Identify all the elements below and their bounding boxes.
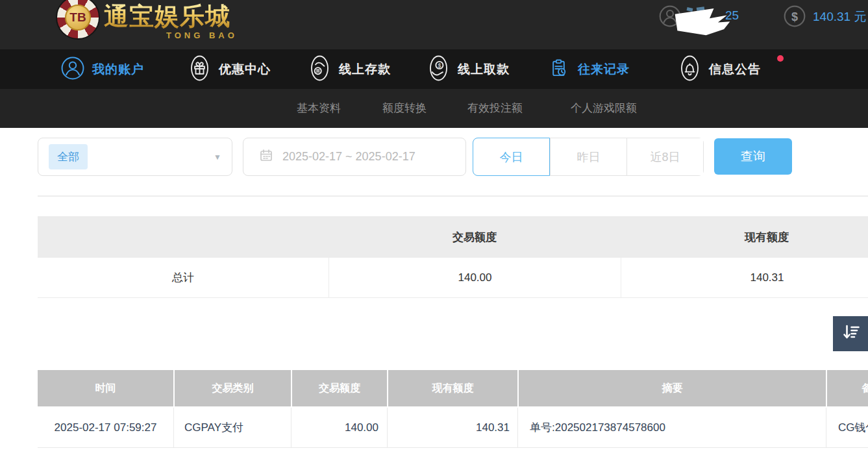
summary-col-current-amount: 现有额度 [621,230,868,245]
records-col-current-amount: 现有额度 [387,370,517,406]
svg-text:$: $ [791,10,798,23]
summary-table-header: 交易额度 现有额度 [38,216,868,258]
calendar-icon [259,148,273,166]
nav-item-deposit[interactable]: 线上存款 [308,49,391,89]
chevron-down-icon: ▼ [214,153,221,162]
record-current-amount: 140.31 [387,408,517,447]
records-col-time: 时间 [38,370,173,406]
transaction-type-select[interactable]: 全部 ▼ [38,138,232,176]
range-yesterday-button[interactable]: 昨日 [550,138,626,175]
quick-range-group: 今日 昨日 近8日 [473,138,704,176]
brand-subtitle: TONG BAO [166,31,238,40]
subnav-item-quota-transfer[interactable]: 额度转换 [382,89,427,128]
date-range-value: 2025-02-17 ~ 2025-02-17 [282,150,415,164]
main-nav: 我的账户 优惠中心 线上存款 [0,49,868,89]
date-range-input[interactable]: 2025-02-17 ~ 2025-02-17 [243,138,466,176]
record-time: 2025-02-17 07:59:27 [38,408,173,447]
nav-item-my-account[interactable]: 我的账户 [60,49,144,89]
summary-col-trade-amount: 交易额度 [329,230,621,245]
record-remark: CG钱包 [826,408,868,447]
nav-label: 往来记录 [578,61,630,78]
gift-icon [188,55,212,84]
selected-type-chip: 全部 [49,144,88,169]
records-col-type: 交易类别 [173,370,291,406]
account-balance[interactable]: 140.31 元 [813,8,866,25]
summary-trade-value: 140.00 [329,258,621,297]
records-col-trade-amount: 交易额度 [291,370,387,406]
subnav-item-game-limits[interactable]: 个人游戏限额 [571,89,637,128]
nav-label: 线上取款 [458,61,510,78]
nav-item-announcements[interactable]: 信息公告 [678,49,761,89]
records-col-remark: 备注 [826,370,868,406]
sort-descending-icon [841,323,862,345]
svg-text:$: $ [438,62,441,69]
nav-item-withdraw[interactable]: $ 线上取款 [427,49,510,89]
top-bar: TB 通宝娱乐城 TONG BAO 25 $ 140.31 元 [0,0,868,49]
summary-table: 交易额度 现有额度 总计 140.00 140.31 [38,216,868,298]
record-summary: 单号:202502173874578600 [517,408,826,447]
table-row: 2025-02-17 07:59:27 CGPAY支付 140.00 140.3… [38,408,868,448]
notification-badge-dot [777,55,784,62]
account-sub-nav: 基本资料 额度转换 有效投注额 个人游戏限额 [0,89,868,128]
nav-label: 我的账户 [92,61,144,78]
subnav-item-valid-bets[interactable]: 有效投注额 [467,89,523,128]
withdraw-coin-hand-icon: $ [427,55,451,84]
search-button[interactable]: 查询 [714,138,792,175]
summary-current-value: 140.31 [621,258,868,297]
subnav-item-basic-info[interactable]: 基本资料 [297,89,341,128]
my-account-icon [60,56,85,83]
sort-descending-button[interactable] [833,316,868,351]
record-trade-amount: 140.00 [291,408,387,447]
records-table-header: 时间 交易类别 交易额度 现有额度 摘要 备注 [38,370,868,408]
records-col-summary: 摘要 [517,370,826,406]
brand-name: 通宝娱乐城 [104,0,230,33]
deposit-coin-hand-icon [308,55,332,84]
record-type: CGPAY支付 [173,408,291,447]
summary-total-label: 总计 [38,258,329,297]
brand-logo-chip: TB [56,0,100,40]
section-divider [38,195,868,197]
nav-label: 线上存款 [339,61,391,78]
bell-icon [678,55,702,84]
redacted-text-fragment [687,7,693,12]
nav-item-transaction-records[interactable]: 往来记录 [547,49,630,89]
summary-total-row: 总计 140.00 140.31 [38,258,868,298]
balance-dollar-icon: $ [783,5,806,31]
nav-label: 优惠中心 [219,61,271,78]
range-last8days-button[interactable]: 近8日 [626,138,703,175]
brand-logo-chip-text: TB [65,5,91,31]
records-table: 时间 交易类别 交易额度 现有额度 摘要 备注 2025-02-17 07:59… [38,370,868,448]
nav-item-promotions[interactable]: 优惠中心 [188,49,271,89]
records-clipboard-clock-icon [547,55,571,84]
account-name-tail[interactable]: 25 [725,8,739,23]
nav-label: 信息公告 [709,61,761,78]
range-today-button[interactable]: 今日 [473,138,550,176]
